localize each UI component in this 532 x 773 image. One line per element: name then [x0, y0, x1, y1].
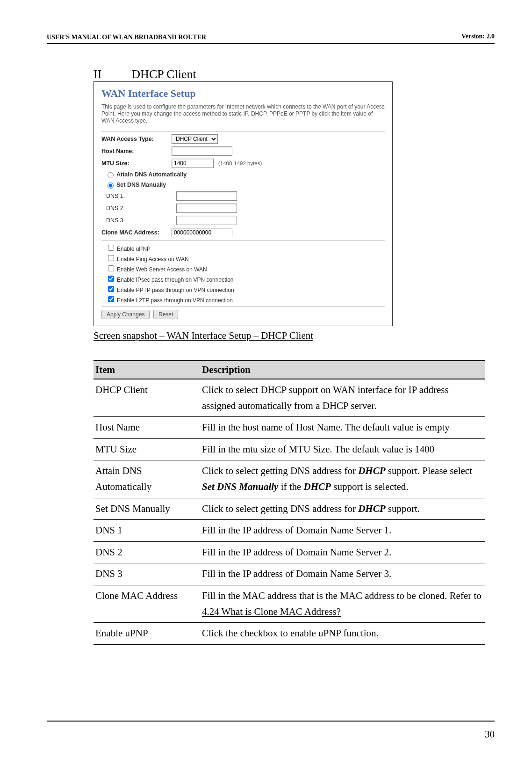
table-row: DNS 3Fill in the IP address of Domain Na…: [93, 563, 485, 585]
mtu-size-input[interactable]: [172, 159, 214, 168]
mtu-size-label: MTU Size:: [101, 160, 172, 167]
reset-button[interactable]: Reset: [153, 310, 178, 319]
enable-ping-wan-checkbox[interactable]: [108, 255, 114, 261]
table-row: DHCP ClientClick to select DHCP support …: [93, 379, 485, 417]
item-cell: Clone MAC Address: [93, 585, 200, 622]
col-header-desc: Description: [200, 361, 485, 379]
host-name-input[interactable]: [172, 146, 232, 156]
divider: [101, 240, 385, 241]
desc-cell: Fill in the MAC address that is the MAC …: [200, 585, 485, 622]
clone-mac-input[interactable]: [172, 228, 232, 237]
enable-pptp-label: Enable PPTP pass through on VPN connecti…: [117, 287, 234, 293]
desc-cell: Fill in the IP address of Domain Name Se…: [200, 520, 485, 542]
section-heading: II DHCP Client: [93, 67, 485, 81]
footer-divider: [47, 721, 495, 722]
enable-upnp-label: Enable uPNP: [117, 246, 151, 252]
item-cell: Host Name: [93, 417, 200, 439]
clone-mac-label: Clone MAC Address:: [101, 229, 172, 236]
enable-ipsec-label: Enable IPsec pass through on VPN connect…: [117, 277, 234, 283]
set-dns-manually-radio[interactable]: [108, 182, 114, 189]
table-row: Enable uPNPClick the checkbox to enable …: [93, 623, 485, 645]
table-row: DNS 2Fill in the IP address of Domain Na…: [93, 541, 485, 563]
mtu-range-hint: (1400-1492 bytes): [218, 160, 262, 166]
desc-cell: Click to select getting DNS address for …: [200, 460, 485, 498]
item-cell: Enable uPNP: [93, 623, 200, 645]
attain-dns-auto-radio[interactable]: [108, 172, 114, 178]
enable-web-wan-checkbox[interactable]: [108, 265, 114, 271]
table-row: Clone MAC AddressFill in the MAC address…: [93, 585, 485, 622]
description-table: Item Description DHCP ClientClick to sel…: [93, 360, 485, 645]
desc-cell: Fill in the IP address of Domain Name Se…: [200, 541, 485, 563]
desc-cell: Fill in the IP address of Domain Name Se…: [200, 563, 485, 585]
divider: [101, 306, 385, 307]
dns1-label: DNS 1:: [101, 193, 176, 199]
divider: [101, 131, 385, 131]
item-cell: MTU Size: [93, 438, 200, 460]
item-cell: DNS 1: [93, 520, 200, 542]
table-row: MTU SizeFill in the mtu size of MTU Size…: [93, 438, 485, 460]
enable-ipsec-checkbox[interactable]: [108, 276, 114, 282]
page-number: 30: [485, 729, 495, 740]
table-row: Host NameFill in the host name of Host N…: [93, 417, 485, 439]
item-cell: Attain DNS Automatically: [93, 460, 200, 498]
table-row: DNS 1Fill in the IP address of Domain Na…: [93, 520, 485, 542]
enable-l2tp-checkbox[interactable]: [108, 296, 114, 302]
desc-cell: Fill in the host name of Host Name. The …: [200, 417, 485, 439]
section-title: DHCP Client: [131, 67, 196, 81]
desc-cell: Click to select DHCP support on WAN inte…: [200, 379, 485, 417]
set-dns-manually-label: Set DNS Manually: [116, 182, 166, 188]
embedded-screenshot: WAN Interface Setup This page is used to…: [93, 81, 393, 326]
screenshot-caption: Screen snapshot – WAN Interface Setup – …: [93, 330, 485, 342]
desc-cell: Fill in the mtu size of MTU Size. The de…: [200, 438, 485, 460]
desc-cell: Click the checkbox to enable uPNP functi…: [200, 623, 485, 645]
enable-web-wan-label: Enable Web Server Access on WAN: [117, 266, 207, 273]
col-header-item: Item: [93, 361, 200, 379]
table-row: Set DNS ManuallyClick to select getting …: [93, 498, 485, 520]
clone-mac-link[interactable]: 4.24 What is Clone MAC Address?: [202, 606, 341, 617]
item-cell: DNS 2: [93, 541, 200, 563]
dns1-input[interactable]: [176, 191, 237, 201]
item-cell: DHCP Client: [93, 379, 200, 417]
header-right-text: Version: 2.0: [461, 33, 495, 40]
host-name-label: Host Name:: [101, 148, 172, 154]
wan-access-type-select[interactable]: DHCP Client: [172, 134, 218, 144]
dns3-input[interactable]: [176, 216, 237, 225]
header-left-text: USER'S MANUAL OF WLAN BROADBAND ROUTER: [47, 34, 206, 41]
enable-l2tp-label: Enable L2TP pass through on VPN connecti…: [117, 297, 233, 304]
apply-changes-button[interactable]: Apply Changes: [101, 310, 150, 319]
enable-upnp-checkbox[interactable]: [108, 245, 114, 251]
screenshot-heading: WAN Interface Setup: [101, 88, 385, 100]
page-header: USER'S MANUAL OF WLAN BROADBAND ROUTER V…: [47, 33, 495, 44]
item-cell: DNS 3: [93, 563, 200, 585]
dns2-label: DNS 2:: [101, 205, 176, 211]
screenshot-description: This page is used to configure the param…: [101, 103, 385, 124]
desc-cell: Click to select getting DNS address for …: [200, 498, 485, 520]
enable-ping-wan-label: Enable Ping Access on WAN: [117, 256, 189, 263]
item-cell: Set DNS Manually: [93, 498, 200, 520]
wan-access-type-label: WAN Access Type:: [101, 136, 172, 142]
table-row: Attain DNS AutomaticallyClick to select …: [93, 460, 485, 498]
section-number: II: [93, 67, 101, 81]
dns3-label: DNS 3:: [101, 217, 176, 224]
attain-dns-auto-label: Attain DNS Automatically: [116, 171, 187, 178]
dns2-input[interactable]: [176, 204, 237, 213]
enable-pptp-checkbox[interactable]: [108, 286, 114, 292]
